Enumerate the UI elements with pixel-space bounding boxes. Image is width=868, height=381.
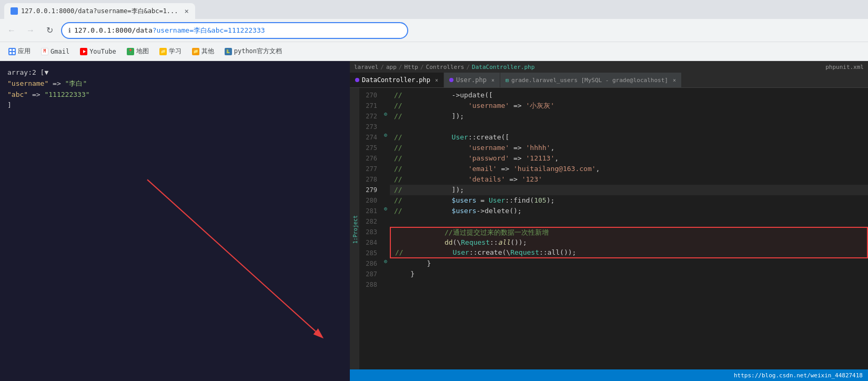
- bookmark-other[interactable]: 📁 其他: [188, 45, 218, 58]
- line-275: // 'username' => 'hhhh' ,: [390, 143, 868, 153]
- line-283: //通过提交过来的数据一次性新增: [390, 227, 868, 237]
- svg-rect-3: [13, 52, 15, 54]
- line-284: dd ( \ Request :: all ());: [390, 237, 868, 248]
- line-286: }: [390, 258, 868, 269]
- svg-marker-4: [83, 50, 86, 53]
- code-editor: 270 271 272 273 274 275 276 277 278 279 …: [359, 88, 868, 369]
- output-line2: "username" => "李白": [7, 78, 342, 89]
- back-button[interactable]: ←: [4, 23, 19, 38]
- forward-button[interactable]: →: [23, 23, 38, 38]
- line-273: [390, 122, 868, 132]
- line-272: // ]);: [390, 111, 868, 122]
- svg-rect-2: [9, 52, 12, 54]
- line-282: [390, 216, 868, 227]
- ide-tabs: DataController.php × User.php × ⊞ grade.…: [350, 73, 868, 88]
- tab-user[interactable]: User.php ×: [444, 73, 500, 87]
- tab-title: 127.0.0.1:8000/data?username=李白&abc=1...: [21, 7, 178, 16]
- svg-rect-1: [13, 49, 15, 51]
- db-icon: ⊞: [506, 77, 509, 83]
- ide-body: 1:Project Z-Structure 270 271 272 273 27…: [350, 88, 868, 369]
- address-bar[interactable]: ℹ 127.0.0.1:8000/data?username=李白&abc=11…: [61, 22, 408, 39]
- tab-grade-close[interactable]: ×: [673, 77, 676, 83]
- status-url: https://blog.csdn.net/weixin_44827418: [734, 372, 863, 379]
- browser-toolbar: ← → ↻ ℹ 127.0.0.1:8000/data?username=李白&…: [0, 19, 868, 42]
- code-lines: // ->update([ // 'username' => '小灰灰': [390, 88, 868, 369]
- main-content: array:2 [▼ "username" => "李白" "abc" => "…: [0, 61, 868, 381]
- ide-statusbar: https://blog.csdn.net/weixin_44827418: [350, 369, 868, 381]
- line-277: // 'email' => 'huitailang@163.com' ,: [390, 164, 868, 174]
- line-numbers: 270 271 272 273 274 275 276 277 278 279 …: [359, 88, 381, 369]
- tab-user-close[interactable]: ×: [491, 77, 494, 83]
- browser-tabs: 127.0.0.1:8000/data?username=李白&abc=1...…: [0, 0, 868, 19]
- line-274: // User ::create([: [390, 132, 868, 143]
- tab-user-label: User.php: [456, 76, 487, 84]
- code-output: array:2 [▼ "username" => "李白" "abc" => "…: [0, 61, 350, 117]
- bookmark-other-label: 其他: [201, 47, 214, 56]
- tab-datacontroller[interactable]: DataController.php ×: [350, 73, 444, 87]
- bookmark-youtube[interactable]: YouTube: [76, 46, 120, 57]
- gutter: ⊙ ⊙ ⊙ ⊙: [381, 88, 390, 369]
- line-288: [390, 279, 868, 290]
- tab-grade[interactable]: ⊞ grade.laravel_users [MySQL - grade@loc…: [500, 73, 682, 87]
- output-val-abc: "111222333": [44, 91, 89, 98]
- bookmarks-bar: 应用 M Gmail YouTube 📍 地图 📁 学习: [0, 42, 868, 61]
- tab-user-php-icon: [449, 78, 453, 82]
- bookmark-maps[interactable]: 📍 地图: [123, 45, 153, 58]
- line-281: // $users ->delete();: [390, 206, 868, 216]
- bookmark-apps-label: 应用: [18, 47, 31, 56]
- svg-line-6: [147, 179, 316, 331]
- bookmark-study-label: 学习: [169, 47, 181, 56]
- breadcrumb-text: laravel: [354, 64, 378, 71]
- tab-close-icon[interactable]: ×: [435, 77, 438, 83]
- line-285: // User ::create(\ Request ::all());: [390, 248, 868, 258]
- reload-button[interactable]: ↻: [42, 23, 57, 38]
- line-271: // 'username' => '小灰灰': [390, 101, 868, 111]
- bookmark-study[interactable]: 📁 学习: [155, 45, 186, 58]
- line-278: // 'details' => '123': [390, 174, 868, 185]
- lock-icon: ℹ: [68, 27, 71, 34]
- output-key-username: "username": [7, 79, 48, 87]
- sidebar-structure[interactable]: Z-Structure: [350, 213, 350, 256]
- address-text: 127.0.0.1:8000/data?username=李白&abc=1112…: [74, 26, 265, 35]
- tab-php-icon: [355, 78, 359, 82]
- tab-datacontroller-label: DataController.php: [362, 76, 430, 84]
- browser-chrome: 127.0.0.1:8000/data?username=李白&abc=1...…: [0, 0, 868, 61]
- line-276: // 'password' => '12113' ,: [390, 153, 868, 164]
- output-val-username: "李白": [65, 79, 87, 87]
- address-prefix: 127.0.0.1:8000/data: [74, 26, 153, 34]
- bookmark-python[interactable]: 🐍 python官方文档: [220, 45, 286, 58]
- output-line3: "abc" => "111222333": [7, 89, 342, 101]
- ide: laravel / app / Http / Controllers / Dat…: [350, 61, 868, 381]
- bookmark-gmail-label: Gmail: [51, 48, 69, 55]
- tab-grade-label: grade.laravel_users [MySQL - grade@local…: [511, 77, 668, 84]
- browser-page-content: array:2 [▼ "username" => "李白" "abc" => "…: [0, 61, 350, 381]
- line-279: // ]);: [390, 185, 868, 195]
- tab-favicon: [11, 7, 18, 15]
- address-params: ?username=李白&abc=111222333: [153, 26, 265, 34]
- browser-tab-active[interactable]: 127.0.0.1:8000/data?username=李白&abc=1...…: [4, 3, 195, 19]
- sidebar-project[interactable]: 1:Project: [351, 211, 359, 248]
- tab-close[interactable]: ×: [185, 7, 189, 15]
- ide-sidebar: 1:Project Z-Structure: [350, 88, 359, 369]
- svg-rect-0: [9, 49, 12, 51]
- line-280: // $users = User ::find( 105 );: [390, 195, 868, 206]
- code-area: 270 271 272 273 274 275 276 277 278 279 …: [359, 88, 868, 369]
- line-270: // ->update([: [390, 90, 868, 101]
- output-key-abc: "abc": [7, 91, 28, 98]
- ide-breadcrumb: laravel / app / Http / Controllers / Dat…: [350, 61, 868, 73]
- output-line1: array:2 [▼: [7, 67, 342, 78]
- output-line4: ]: [7, 100, 342, 111]
- browser-page: array:2 [▼ "username" => "李白" "abc" => "…: [0, 61, 350, 381]
- bookmark-maps-label: 地图: [136, 47, 149, 56]
- bookmark-gmail[interactable]: M Gmail: [37, 46, 74, 57]
- bookmark-youtube-label: YouTube: [89, 48, 116, 55]
- bookmark-apps[interactable]: 应用: [4, 45, 35, 58]
- line-287: }: [390, 269, 868, 279]
- phpunit-tab: phpunit.xml: [825, 64, 864, 71]
- bookmark-python-label: python官方文档: [234, 47, 282, 56]
